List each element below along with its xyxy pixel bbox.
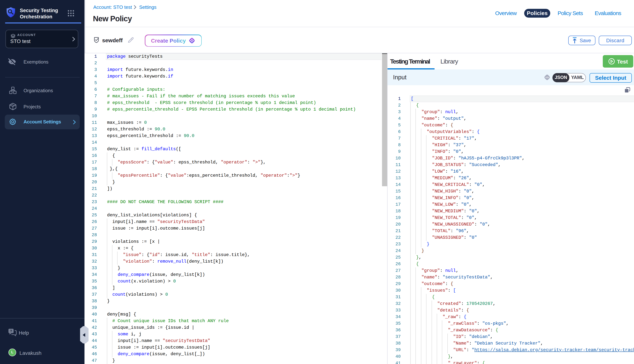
svg-text:</>: </> [546,76,549,79]
svg-text:?: ? [10,329,12,333]
